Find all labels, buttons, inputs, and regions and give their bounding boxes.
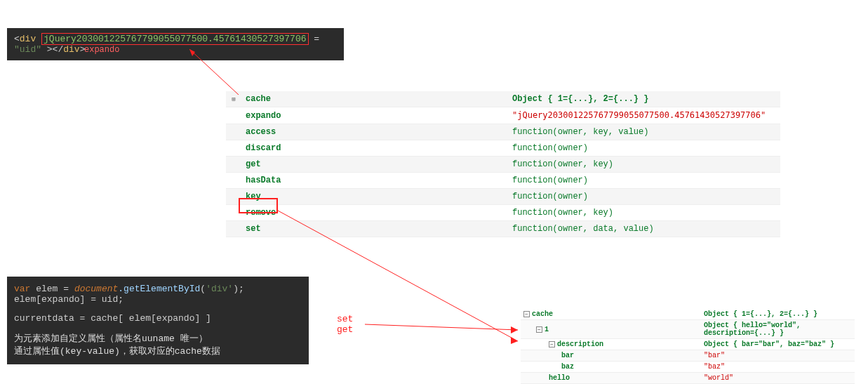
property-value: Object { 1={...}, 2={...} }	[508, 91, 780, 107]
tree-row[interactable]: −cacheObject { 1={...}, 2={...} }	[521, 309, 855, 320]
table-row[interactable]: discardfunction(owner)	[226, 140, 780, 157]
property-value: function(owner, key, value)	[508, 124, 780, 140]
tree-name-cell: baz	[521, 362, 701, 373]
expand-icon	[226, 173, 241, 189]
expando-label: expando	[84, 45, 119, 55]
tree-node-name: description	[557, 340, 603, 348]
table-row[interactable]: hasDatafunction(owner)	[226, 173, 780, 189]
property-name: discard	[241, 140, 508, 157]
attr-value: "uid"	[14, 44, 41, 55]
tree-row[interactable]: bar"bar"	[521, 350, 855, 362]
svg-marker-3	[511, 337, 518, 344]
property-table-body: ⊞cacheObject { 1={...}, 2={...} }expando…	[226, 91, 780, 237]
table-row[interactable]: ⊞cacheObject { 1={...}, 2={...} }	[226, 91, 780, 107]
table-row[interactable]: keyfunction(owner)	[226, 189, 780, 205]
property-value: function(owner)	[508, 140, 780, 157]
expando-attr: jQuery203001225767799055077500.457614305…	[44, 34, 306, 44]
property-value: function(owner)	[508, 173, 780, 189]
tree-row[interactable]: −descriptionObject { bar="bar", baz="baz…	[521, 339, 855, 350]
table-row[interactable]: accessfunction(owner, key, value)	[226, 124, 780, 140]
code-line-3: currentdata = cache[ elem[expando] ]	[14, 313, 302, 324]
set-label: set	[337, 314, 353, 324]
code-line-2: elem[expando] = uid;	[14, 294, 302, 305]
property-name: expando	[241, 107, 508, 124]
property-name: key	[241, 189, 508, 205]
tree-name-cell: −description	[521, 339, 701, 350]
table-row[interactable]: setfunction(owner, data, value)	[226, 221, 780, 237]
property-value: function(owner)	[508, 189, 780, 205]
svg-line-4	[365, 324, 518, 330]
expand-icon	[226, 157, 241, 173]
tree-node-value: "baz"	[701, 362, 855, 373]
property-value: "jQuery203001225767799055077500.45761430…	[508, 107, 780, 124]
expand-icon	[226, 124, 241, 140]
tree-node-value: Object { hello="world", description={...…	[701, 320, 855, 339]
tree-node-value: "bar"	[701, 350, 855, 362]
table-row[interactable]: expando"jQuery203001225767799055077500.4…	[226, 107, 780, 124]
expand-icon	[226, 107, 241, 124]
property-value: function(owner, data, value)	[508, 221, 780, 237]
setget-label: set get	[337, 314, 353, 335]
expand-icon	[226, 205, 241, 221]
property-table: ⊞cacheObject { 1={...}, 2={...} }expando…	[226, 91, 780, 237]
property-name: get	[241, 157, 508, 173]
tree-name-cell: bar	[521, 350, 701, 362]
tree-row[interactable]: −1Object { hello="world", description={.…	[521, 320, 855, 339]
expand-icon	[226, 221, 241, 237]
property-name: set	[241, 221, 508, 237]
tag-close: div	[63, 44, 79, 55]
tree-node-value: "world"	[701, 373, 855, 384]
code-block-top: <div jQuery203001225767799055077500.4576…	[7, 28, 344, 60]
svg-marker-5	[511, 326, 518, 333]
expand-icon[interactable]: ⊞	[226, 91, 241, 107]
tree-node-name: hello	[549, 374, 570, 382]
tree-row[interactable]: baz"baz"	[521, 362, 855, 373]
expand-icon	[226, 140, 241, 157]
table-row[interactable]: removefunction(owner, key)	[226, 205, 780, 221]
property-name: remove	[241, 205, 508, 221]
tree-name-cell: −1	[521, 320, 701, 339]
tree-node-name: 1	[545, 326, 549, 333]
collapse-icon[interactable]: −	[549, 341, 555, 347]
table-row[interactable]: getfunction(owner, key)	[226, 157, 780, 173]
code-line-4: 为元素添加自定义属性（属性名uuname 唯一）	[14, 332, 302, 345]
expand-icon	[226, 189, 241, 205]
property-name: cache	[241, 91, 508, 107]
property-name: hasData	[241, 173, 508, 189]
tree-name-cell: hello	[521, 373, 701, 384]
property-value: function(owner, key)	[508, 205, 780, 221]
cache-tree-body: −cacheObject { 1={...}, 2={...} }−1Objec…	[521, 309, 855, 384]
tree-node-name: bar	[561, 352, 574, 359]
tree-row[interactable]: hello"world"	[521, 373, 855, 384]
tree-node-value: Object { 1={...}, 2={...} }	[701, 309, 855, 320]
tag-open: div	[20, 34, 36, 44]
property-name: access	[241, 124, 508, 140]
tree-node-name: baz	[561, 363, 574, 371]
property-value: function(owner, key)	[508, 157, 780, 173]
cache-tree: −cacheObject { 1={...}, 2={...} }−1Objec…	[521, 309, 855, 384]
tree-name-cell: −cache	[521, 309, 701, 320]
collapse-icon[interactable]: −	[523, 311, 530, 317]
get-label: get	[337, 324, 353, 335]
code-block-bottom: var elem = document.getElementById('div'…	[7, 277, 309, 364]
tree-node-value: Object { bar="bar", baz="baz" }	[701, 339, 855, 350]
tree-node-name: cache	[532, 310, 553, 318]
collapse-icon[interactable]: −	[536, 326, 542, 333]
code-line-5: 通过属性值(key-value)，获取对应的cache数据	[14, 345, 302, 357]
